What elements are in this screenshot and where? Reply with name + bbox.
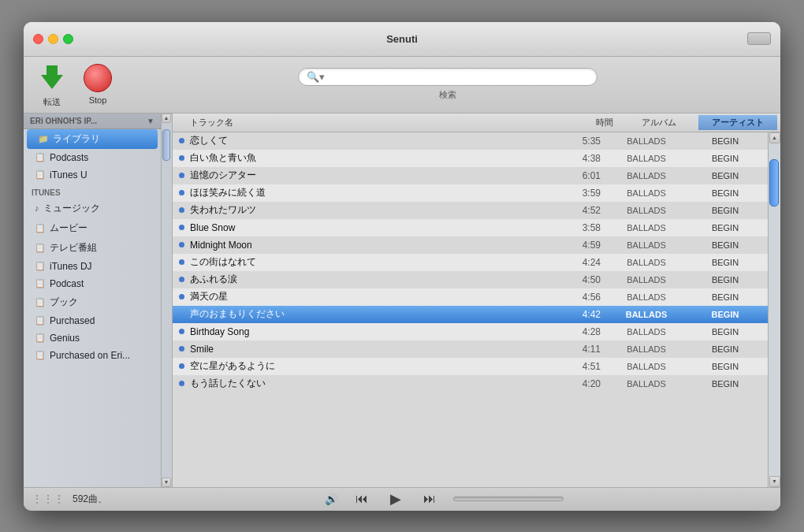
track-name: 満天の星 [187,290,560,303]
track-time: 4:38 [560,153,607,164]
table-row[interactable]: Blue Snow3:58BALLADSBEGIN [173,219,768,236]
sidebar-item-label: ミュージック [43,202,100,215]
dot-icon [179,329,184,334]
dot-icon [179,242,184,247]
table-row[interactable]: 追憶のシアター6:01BALLADSBEGIN [173,167,768,184]
search-input[interactable] [328,71,589,83]
table-row[interactable]: もう話したくない4:20BALLADSBEGIN [173,375,768,392]
track-album: BALLADS [607,379,686,389]
play-button[interactable]: ▶ [385,489,406,509]
track-name: 恋しくて [187,134,560,147]
sidebar-item-label: iTunes U [50,169,87,180]
dot-icon [179,207,184,213]
sidebar-item-label: ブック [50,296,78,309]
track-album: BALLADS [607,136,686,146]
track-artist: BEGIN [686,154,765,163]
track-list-area: トラック名 時間 アルバム アーティスト 恋しくて5:35BALLADSBEGI… [173,113,780,487]
col-album: アルバム [620,117,698,128]
table-row[interactable]: この街はなれて4:24BALLADSBEGIN [173,254,768,271]
table-row[interactable]: 満天の星4:56BALLADSBEGIN [173,288,768,306]
track-artist: BEGIN [686,344,765,354]
track-name: 追憶のシアター [187,169,560,182]
maximize-button[interactable] [63,34,73,44]
dot-icon [179,190,184,195]
table-row[interactable]: 恋しくて5:35BALLADSBEGIN [173,132,768,150]
sidebar-item-library[interactable]: 📁 ライブラリ [27,129,158,149]
transfer-label: 転送 [43,96,61,108]
sidebar-scroll-up[interactable]: ▲ [162,113,171,123]
track-time: 4:11 [560,344,607,355]
sidebar-item-itunes-u[interactable]: 📋 iTunes U [24,166,161,184]
status-bar: ⋮⋮⋮ 592曲、 🔊 ⏮ ▶ ⏭ [24,487,780,511]
track-album: BALLADS [607,275,686,285]
track-time: 4:56 [560,292,607,303]
folder-icon: 📁 [38,134,49,144]
track-time: 4:52 [560,205,607,216]
sidebar-item-purchased[interactable]: 📋 Purchased [24,312,161,329]
stop-button[interactable]: Stop [84,64,112,105]
dot-icon [179,138,184,143]
track-time: 4:28 [560,326,607,337]
minimize-button[interactable] [48,34,58,44]
track-time: 4:20 [560,378,607,389]
table-row[interactable]: あふれる涙4:50BALLADSBEGIN [173,271,768,288]
sidebar-item-podcasts[interactable]: 📋 Podcasts [24,149,161,166]
next-button[interactable]: ⏭ [419,490,441,508]
table-row[interactable]: ほほ笑みに続く道3:59BALLADSBEGIN [173,184,768,202]
track-album: BALLADS [607,258,686,267]
table-row[interactable]: Smile4:11BALLADSBEGIN [173,340,768,358]
sidebar-scroll-down[interactable]: ▼ [162,478,171,487]
sidebar-item-music[interactable]: ♪ ミュージック [24,199,161,218]
window-resize-button[interactable] [747,32,771,45]
track-artist: BEGIN [686,240,765,250]
table-row[interactable]: Birthday Song4:28BALLADSBEGIN [173,323,768,340]
track-time: 6:01 [560,170,607,181]
sidebar: ERi OHNOH'S IP... ▼ 📁 ライブラリ 📋 Podcasts 📋… [24,113,162,487]
dot-icon [179,363,184,369]
progress-bar[interactable] [453,497,564,501]
sidebar-item-tvshows[interactable]: 📋 テレビ番組 [24,238,161,258]
sidebar-sort-icon[interactable]: ▼ [147,117,154,125]
podcast-icon: 📋 [35,152,46,162]
podcast2-icon: 📋 [35,278,46,288]
sidebar-item-podcast2[interactable]: 📋 Podcast [24,275,161,292]
sidebar-item-purchased-eri[interactable]: 📋 Purchased on Eri... [24,347,161,364]
table-row[interactable]: 声のおまもりください4:42BALLADSBEGIN [173,306,768,323]
sidebar-item-label: Genius [50,333,80,344]
sidebar-item-books[interactable]: 📋 ブック [24,292,161,312]
table-row[interactable]: Midnight Moon4:59BALLADSBEGIN [173,236,768,254]
track-artist: BEGIN [686,188,765,198]
table-row[interactable]: 白い魚と青い魚4:38BALLADSBEGIN [173,150,768,167]
table-row[interactable]: 空に星があるように4:51BALLADSBEGIN [173,358,768,375]
volume-icon[interactable]: 🔊 [325,493,338,505]
playback-controls: 🔊 ⏮ ▶ ⏭ [115,489,772,509]
sidebar-item-itunes-dj[interactable]: 📋 iTunes DJ [24,258,161,275]
track-name: あふれる涙 [187,273,560,286]
dot-icon [179,277,184,282]
sidebar-item-genius[interactable]: 📋 Genius [24,329,161,347]
tracks-scrollbar[interactable]: ▲ ▼ [768,132,780,487]
dot-icon [179,225,184,230]
prev-button[interactable]: ⏮ [351,490,373,508]
tracks-scroll-down[interactable]: ▼ [769,476,780,487]
close-button[interactable] [33,34,43,44]
sidebar-item-movies[interactable]: 📋 ムービー [24,218,161,238]
purchased-icon: 📋 [35,315,46,326]
traffic-lights [33,34,73,44]
track-time: 4:59 [560,240,607,251]
track-name: この街はなれて [187,255,560,269]
sidebar-scrollbar[interactable]: ▲ ▼ [162,113,173,487]
track-time: 4:24 [560,257,607,268]
track-artist: BEGIN [686,379,765,389]
sidebar-scroll-track [162,123,172,478]
track-artist: BEGIN [686,223,765,233]
tracks-scroll-up[interactable]: ▲ [769,132,780,143]
transfer-button[interactable]: 転送 [36,61,68,108]
track-name: Blue Snow [187,222,560,233]
tracks-scroll-track [769,143,780,476]
track-time: 5:35 [560,136,607,147]
stop-label: Stop [89,95,107,105]
track-album: BALLADS [607,362,686,371]
sidebar-item-label: Purchased [50,315,95,326]
table-row[interactable]: 失われたワルツ4:52BALLADSBEGIN [173,202,768,219]
